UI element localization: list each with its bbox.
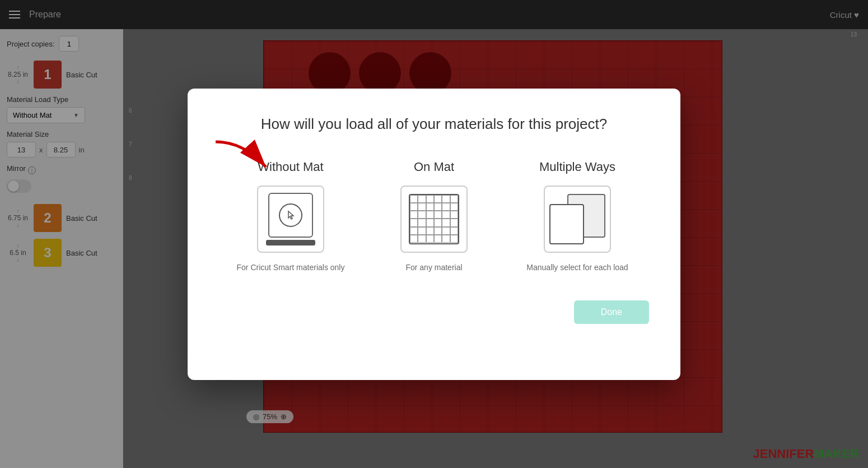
- option-without-mat-icon-box: [257, 186, 324, 253]
- modal-overlay: How will you load all of your materials …: [0, 0, 868, 468]
- option-on-mat-title: On Mat: [414, 160, 454, 174]
- modal-box: How will you load all of your materials …: [188, 89, 680, 380]
- option-on-mat-icon-box: [400, 186, 468, 253]
- option-on-mat-desc: For any material: [405, 262, 462, 274]
- mat-front-icon: [549, 204, 584, 244]
- option-multiple-ways-title: Multiple Ways: [539, 160, 615, 174]
- cursor-icon: [285, 209, 296, 221]
- option-multiple-ways-desc: Manually select for each load: [526, 262, 628, 274]
- modal-title: How will you load all of your materials …: [219, 115, 649, 133]
- on-mat-icon: [409, 194, 459, 244]
- without-mat-frame: [268, 193, 313, 238]
- option-without-mat-desc: For Cricut Smart materials only: [237, 262, 345, 274]
- option-without-mat[interactable]: Without Mat: [229, 160, 352, 274]
- option-multiple-ways-icon-box: [544, 186, 611, 253]
- modal-options: Without Mat: [219, 160, 649, 274]
- option-multiple-ways[interactable]: Multiple Ways Manually select for each l…: [516, 160, 639, 274]
- feeder-base: [266, 240, 315, 245]
- multiple-ways-icon: [549, 194, 605, 244]
- modal-footer: Done: [219, 300, 649, 324]
- done-button[interactable]: Done: [574, 300, 649, 324]
- without-mat-icon: [266, 193, 315, 245]
- option-without-mat-title: Without Mat: [258, 160, 323, 174]
- feeder-circle: [279, 203, 302, 227]
- option-on-mat[interactable]: On Mat For any material: [372, 160, 496, 274]
